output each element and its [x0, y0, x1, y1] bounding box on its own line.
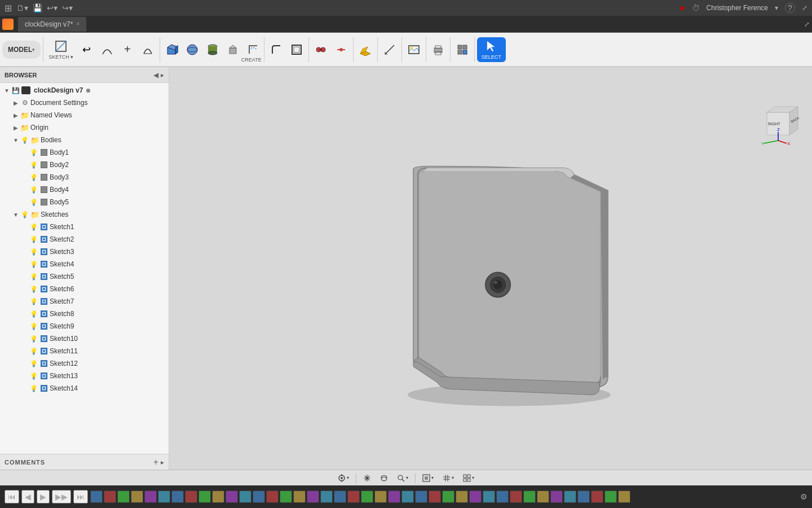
timeline-icon-13[interactable] — [266, 491, 279, 503]
undo-button-toolbar[interactable]: ↩ — [77, 41, 96, 58]
create-cylinder-button[interactable] — [203, 41, 222, 58]
zoom-button[interactable]: ▾ — [394, 473, 412, 483]
timeline-icon-8[interactable] — [198, 491, 211, 503]
timeline-icon-4[interactable] — [144, 491, 157, 503]
timeline-settings-button[interactable]: ⚙ — [800, 492, 807, 501]
modify-fillet-button[interactable] — [267, 41, 286, 58]
help-button[interactable]: ? — [785, 3, 795, 13]
timeline-icon-20[interactable] — [361, 491, 373, 503]
inspect-measure-button[interactable] — [380, 41, 399, 58]
browser-item-sketch13[interactable]: ▶💡Sketch13 — [18, 370, 169, 382]
browser-item-body4[interactable]: ▶ 💡 Body4 — [18, 183, 169, 196]
timeline-icon-2[interactable] — [117, 491, 130, 503]
browser-item-body3[interactable]: ▶ 💡 Body3 — [18, 171, 169, 183]
browser-item-body5[interactable]: ▶ 💡 Body5 — [18, 196, 169, 208]
browser-item-sketch12[interactable]: ▶💡Sketch12 — [18, 357, 169, 370]
timer-icon[interactable]: ⏱ — [692, 3, 700, 12]
browser-item-sketch10[interactable]: ▶💡Sketch10 — [18, 332, 169, 345]
timeline-icon-34[interactable] — [550, 491, 563, 503]
timeline-icon-21[interactable] — [374, 491, 387, 503]
modify-shell-button[interactable] — [287, 41, 306, 58]
browser-expand-icon[interactable]: ▸ — [161, 71, 164, 79]
doc-settings-toggle[interactable]: ▶ — [11, 98, 20, 107]
navigation-cube[interactable]: RIGHT BACK X Y Z — [756, 101, 801, 146]
app-grid-icon[interactable]: ⊞ — [5, 3, 12, 14]
create-line-button[interactable]: + — [118, 41, 137, 58]
viewport[interactable]: RIGHT BACK X Y Z — [169, 67, 812, 470]
browser-item-sketch3[interactable]: ▶💡Sketch3 — [18, 246, 169, 258]
timeline-icon-1[interactable] — [104, 491, 116, 503]
document-tab[interactable]: clockDesign v7* × — [18, 17, 86, 32]
timeline-icon-33[interactable] — [537, 491, 549, 503]
timeline-icon-32[interactable] — [523, 491, 536, 503]
orbit-button[interactable] — [377, 473, 391, 483]
browser-collapse-icon[interactable]: ◀ — [153, 71, 158, 79]
timeline-icon-27[interactable] — [456, 491, 468, 503]
timeline-icon-35[interactable] — [564, 491, 576, 503]
timeline-icon-10[interactable] — [226, 491, 238, 503]
timeline-icon-36[interactable] — [577, 491, 590, 503]
comments-add-button[interactable]: + — [153, 458, 158, 467]
timeline-icon-18[interactable] — [334, 491, 346, 503]
timeline-icon-3[interactable] — [131, 491, 143, 503]
browser-item-body1[interactable]: ▶ 💡 Body1 — [18, 146, 169, 159]
timeline-icon-7[interactable] — [185, 491, 197, 503]
user-name[interactable]: Christopher Ference — [707, 4, 768, 12]
timeline-icon-11[interactable] — [239, 491, 251, 503]
browser-item-body2[interactable]: ▶ 💡 Body2 — [18, 159, 169, 171]
create-arc-button[interactable] — [98, 41, 117, 58]
browser-item-sketch7[interactable]: ▶💡Sketch7 — [18, 295, 169, 308]
create-box-button[interactable] — [162, 41, 182, 58]
grid-button[interactable]: ▾ — [439, 473, 457, 483]
timeline-icon-24[interactable] — [415, 491, 427, 503]
browser-item-bodies[interactable]: ▼ 💡 📁 Bodies — [9, 134, 169, 146]
timeline-icon-15[interactable] — [293, 491, 306, 503]
timeline-icon-28[interactable] — [469, 491, 482, 503]
undo-button[interactable]: ↩▾ — [47, 3, 58, 12]
pan-button[interactable] — [360, 473, 374, 483]
browser-item-sketch1[interactable]: ▶💡Sketch1 — [18, 221, 169, 233]
make-print-button[interactable] — [429, 41, 448, 58]
addins-button[interactable] — [453, 41, 472, 58]
assemble-motion-button[interactable] — [332, 41, 351, 58]
timeline-icon-9[interactable] — [212, 491, 224, 503]
timeline-next-button[interactable]: ▶▶ — [52, 490, 71, 503]
display-mode-button[interactable]: ▾ — [419, 473, 437, 483]
timeline-icon-25[interactable] — [429, 491, 441, 503]
timeline-end-button[interactable]: ⏭ — [73, 490, 88, 503]
create-extrude-button[interactable] — [223, 41, 242, 58]
sketches-toggle[interactable]: ▼ — [11, 210, 20, 219]
timeline-icon-31[interactable] — [510, 491, 522, 503]
timeline-icon-17[interactable] — [320, 491, 333, 503]
timeline-icon-14[interactable] — [280, 491, 292, 503]
select-button[interactable]: SELECT — [477, 37, 506, 62]
record-icon[interactable]: ● — [679, 3, 685, 13]
create-arc2-button[interactable] — [138, 41, 157, 58]
model-menu-button[interactable]: MODEL ▾ — [2, 41, 41, 59]
expand-icon[interactable]: ⤢ — [802, 4, 807, 12]
comments-collapse-icon[interactable]: ▸ — [161, 458, 164, 466]
snap-button[interactable]: ▾ — [334, 473, 352, 483]
browser-item-sketches[interactable]: ▼ 💡 📁 Sketches — [9, 208, 169, 221]
timeline-icon-26[interactable] — [442, 491, 454, 503]
browser-item-sketch6[interactable]: ▶💡Sketch6 — [18, 283, 169, 295]
create-revolve-button[interactable] — [244, 41, 263, 58]
browser-item-sketch8[interactable]: ▶💡Sketch8 — [18, 308, 169, 320]
redo-button[interactable]: ↪▾ — [62, 3, 73, 12]
timeline-icon-22[interactable] — [388, 491, 400, 503]
browser-root-item[interactable]: ▼ 💾 clockDesign v7 ⏺ — [0, 84, 169, 97]
insert-image-button[interactable] — [404, 41, 423, 58]
user-dropdown-icon[interactable]: ▾ — [775, 4, 778, 12]
browser-item-sketch14[interactable]: ▶💡Sketch14 — [18, 382, 169, 395]
file-icon[interactable]: 🗋▾ — [16, 3, 28, 12]
timeline-rewind-button[interactable]: ⏮ — [5, 490, 19, 503]
assemble-joint-button[interactable] — [311, 41, 330, 58]
origin-toggle[interactable]: ▶ — [11, 123, 20, 132]
timeline-icon-12[interactable] — [253, 491, 265, 503]
browser-item-sketch9[interactable]: ▶💡Sketch9 — [18, 320, 169, 332]
construct-plane-button[interactable] — [356, 41, 375, 58]
timeline-icon-6[interactable] — [171, 491, 184, 503]
timeline-icon-16[interactable] — [307, 491, 319, 503]
browser-item-sketch4[interactable]: ▶💡Sketch4 — [18, 258, 169, 270]
browser-item-sketch11[interactable]: ▶💡Sketch11 — [18, 345, 169, 357]
